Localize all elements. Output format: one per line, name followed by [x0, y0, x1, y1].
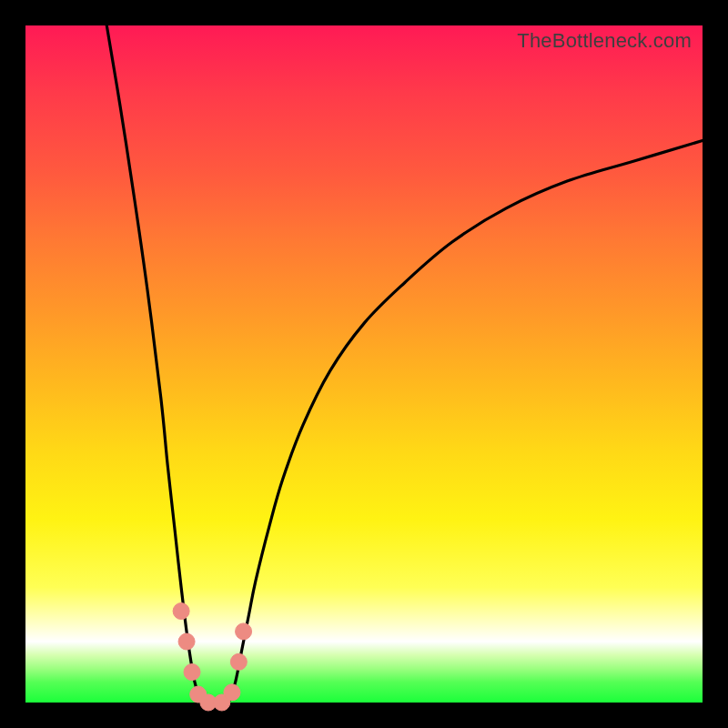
sample-marker — [236, 623, 252, 640]
sample-marker — [173, 603, 189, 620]
curve-lines — [106, 25, 703, 703]
curve-left-branch — [106, 25, 201, 703]
curve-right-branch — [228, 140, 703, 703]
outer-frame: TheBottleneck.com — [0, 0, 728, 728]
chart-svg — [25, 25, 703, 703]
sample-marker — [178, 633, 195, 650]
sample-marker — [224, 684, 240, 701]
sample-marker — [184, 664, 200, 681]
sample-marker — [230, 653, 247, 670]
plot-area: TheBottleneck.com — [25, 25, 703, 703]
